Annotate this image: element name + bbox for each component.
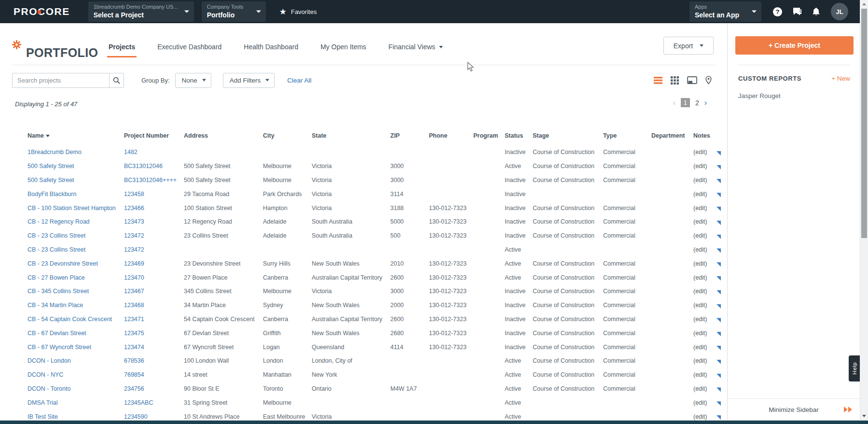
note-corner-icon[interactable] (716, 221, 721, 225)
note-corner-icon[interactable] (716, 401, 721, 406)
scrollbar-thumb[interactable] (861, 9, 867, 238)
note-corner-icon[interactable] (716, 235, 721, 239)
add-filters-button[interactable]: Add Filters (223, 73, 275, 88)
note-corner-icon[interactable] (716, 151, 721, 155)
cell-name[interactable]: DMSA Trial (28, 399, 124, 406)
column-header-state[interactable]: State (312, 132, 390, 139)
note-corner-icon[interactable] (716, 360, 721, 364)
note-corner-icon[interactable] (716, 262, 721, 267)
new-report-link[interactable]: + New (831, 75, 850, 82)
cell-name[interactable]: CB - 23 Collins Street (28, 246, 124, 253)
note-corner-icon[interactable] (716, 374, 721, 378)
column-header-name[interactable]: Name (28, 132, 124, 139)
cell-project-number[interactable]: 123471 (124, 316, 184, 323)
favorites-button[interactable]: ★ Favorites (279, 8, 317, 16)
notes-edit-link[interactable]: (edit) (693, 357, 716, 364)
column-header-phone[interactable]: Phone (429, 132, 473, 139)
column-header-city[interactable]: City (263, 132, 312, 139)
note-corner-icon[interactable] (716, 318, 721, 322)
clear-all-link[interactable]: Clear All (287, 77, 311, 84)
notes-edit-link[interactable]: (edit) (693, 218, 716, 225)
cell-project-number[interactable]: 1234590 (124, 413, 184, 420)
cell-name[interactable]: CB - 23 Collins Street (28, 232, 124, 239)
next-page-chevron[interactable]: › (704, 99, 707, 107)
apps-selector[interactable]: Apps Select an App (689, 1, 761, 22)
cell-project-number[interactable]: 234756 (124, 385, 184, 392)
cell-project-number[interactable]: 1482 (124, 149, 184, 155)
page-button-2[interactable]: 2 (695, 99, 699, 107)
chat-icon[interactable] (792, 7, 802, 16)
card-view-icon[interactable] (687, 76, 697, 84)
cell-project-number[interactable]: 123474 (124, 344, 184, 351)
gear-icon[interactable] (12, 40, 21, 49)
notes-edit-link[interactable]: (edit) (693, 288, 716, 295)
cell-name[interactable]: CB - 23 Devonshire Street (28, 260, 124, 267)
custom-report-link[interactable]: Jasper Rouget (738, 92, 850, 99)
cell-name[interactable]: BodyFit Blackburn (28, 191, 124, 198)
note-corner-icon[interactable] (716, 415, 721, 420)
cell-project-number[interactable]: 769854 (124, 371, 184, 378)
notes-edit-link[interactable]: (edit) (693, 163, 716, 170)
note-corner-icon[interactable] (716, 165, 721, 170)
cell-name[interactable]: DCON - Toronto (28, 385, 124, 392)
notes-edit-link[interactable]: (edit) (693, 371, 716, 378)
cell-project-number[interactable]: 123473 (124, 218, 184, 225)
notes-edit-link[interactable]: (edit) (693, 260, 716, 267)
scroll-down-arrow-icon[interactable] (862, 415, 866, 417)
tab-health-dashboard[interactable]: Health Dashboard (244, 43, 298, 56)
notes-edit-link[interactable]: (edit) (693, 302, 716, 309)
column-header-program[interactable]: Program (473, 132, 505, 139)
notes-edit-link[interactable]: (edit) (693, 344, 716, 351)
note-corner-icon[interactable] (716, 346, 721, 350)
note-corner-icon[interactable] (716, 207, 721, 211)
scroll-up-arrow-icon[interactable] (862, 3, 866, 5)
user-avatar[interactable]: JL (831, 3, 848, 20)
page-button-1[interactable]: 1 (681, 98, 690, 107)
cell-name[interactable]: CB - 67 Wyncroft Street (28, 344, 124, 351)
note-corner-icon[interactable] (716, 387, 721, 392)
cell-name[interactable]: 500 Safety Street (28, 177, 124, 184)
help-tab[interactable]: Help (849, 355, 860, 382)
notes-edit-link[interactable]: (edit) (693, 177, 716, 184)
note-corner-icon[interactable] (716, 304, 721, 309)
map-view-icon[interactable] (705, 76, 712, 85)
cell-name[interactable]: CB - 100 Station Street Hampton (28, 205, 124, 212)
note-corner-icon[interactable] (716, 179, 721, 183)
column-header-address[interactable]: Address (184, 132, 263, 139)
column-header-department[interactable]: Department (651, 132, 693, 139)
cell-project-number[interactable]: 12345ABC (124, 399, 184, 406)
cell-project-number[interactable]: 123472 (124, 246, 184, 253)
cell-project-number[interactable]: 678536 (124, 357, 184, 364)
note-corner-icon[interactable] (716, 276, 721, 281)
search-input[interactable] (12, 73, 109, 88)
tab-projects[interactable]: Projects (109, 43, 135, 56)
procore-logo[interactable]: PROCORE (14, 6, 70, 17)
column-header-status[interactable]: Status (505, 132, 533, 139)
cell-project-number[interactable]: 123466 (124, 205, 184, 212)
cell-name[interactable]: CB - 345 Collins Street (28, 288, 124, 295)
cell-name[interactable]: DCON - London (28, 357, 124, 364)
tab-my-open-items[interactable]: My Open Items (320, 43, 366, 56)
notes-edit-link[interactable]: (edit) (693, 413, 716, 420)
cell-project-number[interactable]: 123458 (124, 191, 184, 198)
cell-name[interactable]: CB - 12 Regency Road (28, 218, 124, 225)
notes-edit-link[interactable]: (edit) (693, 330, 716, 337)
minimize-sidebar-button[interactable]: Minimize Sidebar (769, 406, 819, 413)
tab-executive-dashboard[interactable]: Executive Dashboard (157, 43, 221, 56)
notes-edit-link[interactable]: (edit) (693, 385, 716, 392)
column-header-zip[interactable]: ZIP (390, 132, 429, 139)
note-corner-icon[interactable] (716, 332, 721, 336)
note-corner-icon[interactable] (716, 193, 721, 197)
cell-name[interactable]: DCON - NYC (28, 371, 124, 378)
export-button[interactable]: Export (663, 37, 714, 55)
double-chevron-right-icon[interactable] (844, 407, 852, 412)
create-project-button[interactable]: + Create Project (735, 36, 854, 55)
cell-project-number[interactable]: BC313012046 (124, 163, 184, 170)
tab-financial-views[interactable]: Financial Views (388, 43, 443, 56)
cell-project-number[interactable]: 123470 (124, 274, 184, 281)
note-corner-icon[interactable] (716, 248, 721, 253)
cell-project-number[interactable]: 123469 (124, 260, 184, 267)
vertical-scrollbar[interactable] (860, 0, 868, 424)
list-view-icon[interactable] (654, 77, 662, 84)
cell-name[interactable]: CB - 34 Martin Place (28, 302, 124, 309)
